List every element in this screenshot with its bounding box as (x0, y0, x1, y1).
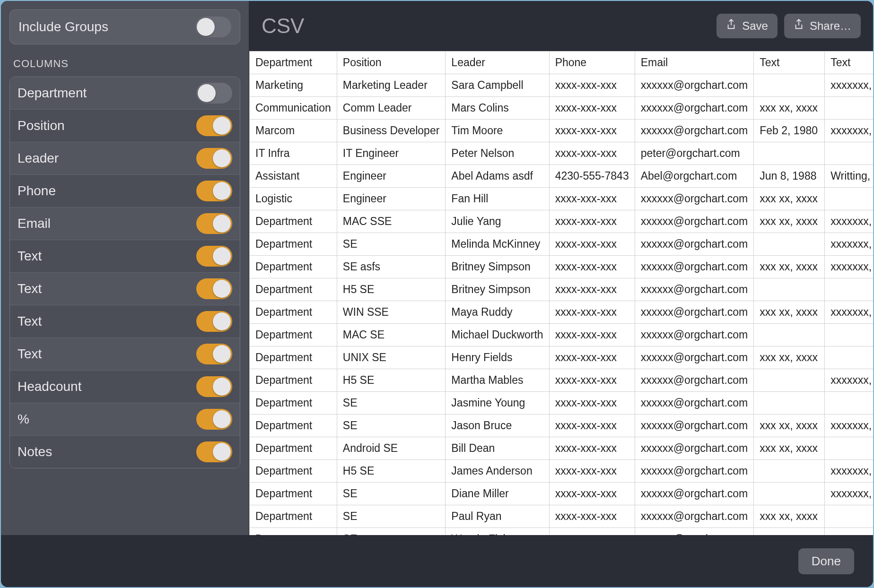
table-cell: xxxx-xxx-xxx (549, 233, 635, 256)
table-row[interactable]: DepartmentSEDiane Millerxxxx-xxx-xxxxxxx… (250, 483, 874, 505)
column-toggle[interactable] (196, 311, 232, 332)
table-cell: Department (250, 369, 337, 392)
table-cell: Jasmine Young (446, 392, 549, 415)
table-cell (754, 483, 825, 505)
table-row[interactable]: DepartmentSEJason Brucexxxx-xxx-xxxxxxxx… (250, 415, 874, 437)
table-cell: Abel Adams asdf (446, 165, 549, 188)
table-row[interactable]: DepartmentMAC SEMichael Duckworthxxxx-xx… (250, 324, 874, 346)
table-cell: xxxxxx@orgchart.com (635, 505, 754, 528)
column-toggle[interactable] (196, 115, 232, 136)
table-cell: xxxxxxx, x (825, 256, 873, 278)
table-cell: Department (250, 301, 337, 324)
table-header-cell[interactable]: Leader (446, 52, 549, 74)
table-cell: xxx xx, xxxx (754, 505, 825, 528)
table-cell: Department (250, 483, 337, 505)
table-header-cell[interactable]: Text (825, 52, 873, 74)
content: CSV Save Share… DepartmentPositionLeader (249, 1, 873, 535)
table-cell: xxx xx, xxxx (754, 415, 825, 437)
table-cell: Mars Colins (446, 97, 549, 120)
column-label: Email (17, 216, 51, 231)
include-groups-label: Include Groups (18, 19, 108, 35)
table-row[interactable]: DepartmentSEWanda Fishxxxx-xxx-xxxxxxxxx… (250, 528, 874, 536)
table-cell: xxxxxx@orgchart.com (635, 120, 754, 142)
table-body: MarketingMarketing LeaderSara Campbellxx… (250, 74, 874, 536)
table-row[interactable]: DepartmentH5 SEMartha Mablesxxxx-xxx-xxx… (250, 369, 874, 392)
table-cell: Marketing Leader (337, 74, 446, 97)
column-toggle[interactable] (196, 441, 232, 462)
column-row: Email (10, 208, 240, 240)
table-cell: xxxxxx@orgchart.com (635, 392, 754, 415)
table-row[interactable]: DepartmentH5 SEJames Andersonxxxx-xxx-xx… (250, 460, 874, 483)
column-toggle[interactable] (196, 83, 232, 104)
table-cell: Android SE (337, 437, 446, 460)
table-cell: xxxxxx@orgchart.com (635, 210, 754, 233)
column-toggle[interactable] (196, 278, 232, 299)
table-row[interactable]: DepartmentSE asfsBritney Simpsonxxxx-xxx… (250, 256, 874, 278)
table-row[interactable]: DepartmentSEJasmine Youngxxxx-xxx-xxxxxx… (250, 392, 874, 415)
done-button[interactable]: Done (798, 548, 854, 574)
csv-table: DepartmentPositionLeaderPhoneEmailTextTe… (249, 51, 873, 535)
table-cell: xxxxxxx, x (825, 74, 873, 97)
table-header-cell[interactable]: Department (250, 52, 337, 74)
column-toggle[interactable] (196, 344, 232, 364)
table-cell: Marcom (250, 120, 337, 142)
table-header-cell[interactable]: Phone (549, 52, 635, 74)
table-cell: xxxxxx@orgchart.com (635, 460, 754, 483)
table-cell: xxxxxxx, x (825, 210, 873, 233)
table-row[interactable]: MarcomBusiness DeveloperTim Moorexxxx-xx… (250, 120, 874, 142)
column-label: Headcount (17, 379, 81, 394)
table-row[interactable]: CommunicationComm LeaderMars Colinsxxxx-… (250, 97, 874, 120)
table-cell: xxxx-xxx-xxx (549, 120, 635, 142)
table-row[interactable]: DepartmentAndroid SEBill Deanxxxx-xxx-xx… (250, 437, 874, 460)
table-cell: Wanda Fish (446, 528, 549, 536)
table-cell: xxxx-xxx-xxx (549, 278, 635, 301)
save-button[interactable]: Save (717, 14, 778, 38)
table-cell: xxxxxx@orgchart.com (635, 256, 754, 278)
table-cell: xxxx-xxx-xxx (549, 415, 635, 437)
table-cell: xxxxxx@orgchart.com (635, 483, 754, 505)
table-cell: xxxx-xxx-xxx (549, 369, 635, 392)
column-toggle[interactable] (196, 246, 232, 267)
table-header-cell[interactable]: Position (337, 52, 446, 74)
table-scroll[interactable]: DepartmentPositionLeaderPhoneEmailTextTe… (249, 51, 873, 535)
table-row[interactable]: DepartmentMAC SSEJulie Yangxxxx-xxx-xxxx… (250, 210, 874, 233)
column-label: Text (17, 346, 42, 362)
column-row: Headcount (10, 371, 240, 403)
table-cell (754, 369, 825, 392)
table-row[interactable]: MarketingMarketing LeaderSara Campbellxx… (250, 74, 874, 97)
table-cell: SE (337, 415, 446, 437)
table-row[interactable]: DepartmentSEPaul Ryanxxxx-xxx-xxxxxxxxx@… (250, 505, 874, 528)
include-groups-toggle[interactable] (195, 17, 231, 37)
column-label: Department (17, 86, 87, 101)
table-cell: Communication (250, 97, 337, 120)
table-header-cell[interactable]: Text (754, 52, 825, 74)
column-toggle[interactable] (196, 181, 232, 201)
table-cell (825, 142, 873, 165)
column-toggle[interactable] (196, 409, 232, 430)
table-cell: xxxx-xxx-xxx (549, 142, 635, 165)
table-cell: xxxxxxx, x (825, 483, 873, 505)
table-row[interactable]: DepartmentSEMelinda McKinneyxxxx-xxx-xxx… (250, 233, 874, 256)
column-toggle[interactable] (196, 213, 232, 234)
table-cell: xxx xx, xxxx (754, 301, 825, 324)
table-row[interactable]: AssistantEngineerAbel Adams asdf4230-555… (250, 165, 874, 188)
table-cell: xxx xx, xxxx (754, 188, 825, 210)
table-row[interactable]: IT InfraIT EngineerPeter Nelsonxxxx-xxx-… (250, 142, 874, 165)
table-row[interactable]: LogisticEngineerFan Hillxxxx-xxx-xxxxxxx… (250, 188, 874, 210)
table-row[interactable]: DepartmentWIN SSEMaya Ruddyxxxx-xxx-xxxx… (250, 301, 874, 324)
column-label: Phone (17, 183, 56, 199)
table-cell: MAC SSE (337, 210, 446, 233)
table-cell: Department (250, 392, 337, 415)
share-button[interactable]: Share… (784, 14, 861, 38)
table-cell: xxxxxxx, x (825, 120, 873, 142)
table-cell: xxxxxxx, x (825, 460, 873, 483)
column-toggle[interactable] (196, 376, 232, 397)
page-title: CSV (262, 14, 710, 38)
table-header-cell[interactable]: Email (635, 52, 754, 74)
table-cell: xxx xx, xxxx (754, 256, 825, 278)
column-toggle[interactable] (196, 148, 232, 169)
table-row[interactable]: DepartmentH5 SEBritney Simpsonxxxx-xxx-x… (250, 278, 874, 301)
table-cell (825, 97, 873, 120)
topbar: CSV Save Share… (249, 1, 873, 51)
table-row[interactable]: DepartmentUNIX SEHenry Fieldsxxxx-xxx-xx… (250, 346, 874, 369)
